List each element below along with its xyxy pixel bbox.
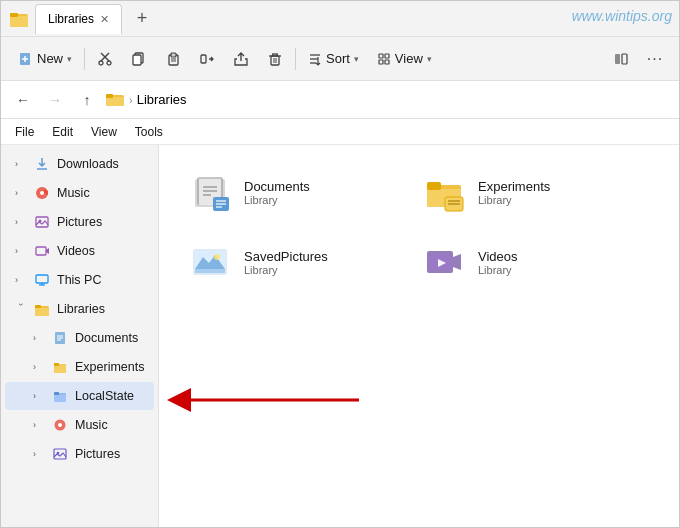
svg-rect-28 xyxy=(385,54,389,58)
sort-label: Sort xyxy=(326,51,350,66)
svg-rect-56 xyxy=(54,392,59,395)
cut-button[interactable] xyxy=(89,43,121,75)
expand-downloads-icon: › xyxy=(15,159,27,169)
sort-icon xyxy=(308,52,322,66)
svg-rect-11 xyxy=(133,55,141,65)
svg-point-8 xyxy=(99,61,103,65)
lib-music-icon xyxy=(51,416,69,434)
sidebar-item-lib-experiments[interactable]: › Experiments xyxy=(5,353,154,381)
tab-close-button[interactable]: ✕ xyxy=(100,13,109,26)
svg-rect-34 xyxy=(106,97,124,106)
sidebar-item-thispc[interactable]: › This PC xyxy=(5,266,154,294)
view-button[interactable]: View ▾ xyxy=(369,43,440,75)
videos-library-type: Library xyxy=(478,264,518,276)
expand-videos-icon: › xyxy=(15,246,27,256)
library-item-documents[interactable]: Documents Library xyxy=(175,161,401,223)
active-tab[interactable]: Libraries ✕ xyxy=(35,4,122,34)
delete-icon xyxy=(267,51,283,67)
svg-rect-17 xyxy=(271,56,279,65)
new-chevron-icon: ▾ xyxy=(67,54,72,64)
library-item-savedpictures[interactable]: SavedPictures Library xyxy=(175,231,401,293)
svg-point-37 xyxy=(40,191,44,195)
videos-icon xyxy=(33,242,51,260)
libraries-icon xyxy=(33,300,51,318)
svg-rect-1 xyxy=(10,16,28,27)
library-item-experiments[interactable]: Experiments Library xyxy=(409,161,635,223)
cut-icon xyxy=(97,51,113,67)
pictures-icon xyxy=(33,213,51,231)
sidebar-item-lib-music[interactable]: › Music xyxy=(5,411,154,439)
svg-rect-29 xyxy=(379,60,383,64)
sidebar-item-music[interactable]: › Music xyxy=(5,179,154,207)
move-button[interactable] xyxy=(191,43,223,75)
downloads-icon xyxy=(33,155,51,173)
menu-edit[interactable]: Edit xyxy=(44,123,81,141)
lib-music-label: Music xyxy=(75,418,146,432)
lib-pictures-icon xyxy=(51,445,69,463)
up-button[interactable]: ↑ xyxy=(73,86,101,114)
new-tab-button[interactable]: + xyxy=(128,5,156,33)
expand-lib-exp-icon: › xyxy=(33,362,45,372)
sidebar-item-lib-documents[interactable]: › Documents xyxy=(5,324,154,352)
savedpictures-library-info: SavedPictures Library xyxy=(244,249,328,276)
copy-button[interactable] xyxy=(123,43,155,75)
music-icon xyxy=(33,184,51,202)
experiments-library-name: Experiments xyxy=(478,179,550,194)
library-item-videos[interactable]: Videos Library xyxy=(409,231,635,293)
paste-button[interactable] xyxy=(157,43,189,75)
menu-view[interactable]: View xyxy=(83,123,125,141)
sidebar-item-lib-pictures[interactable]: › Pictures xyxy=(5,440,154,468)
menu-file[interactable]: File xyxy=(7,123,42,141)
view-chevron-icon: ▾ xyxy=(427,54,432,64)
new-icon xyxy=(17,51,33,67)
sidebar-item-pictures[interactable]: › Pictures xyxy=(5,208,154,236)
svg-rect-52 xyxy=(54,366,66,373)
lib-documents-label: Documents xyxy=(75,331,146,345)
sidebar-item-downloads[interactable]: › Downloads xyxy=(5,150,154,178)
more-button[interactable]: ··· xyxy=(639,43,671,75)
svg-rect-16 xyxy=(201,55,206,63)
forward-button[interactable]: → xyxy=(41,86,69,114)
delete-button[interactable] xyxy=(259,43,291,75)
svg-rect-35 xyxy=(106,94,113,98)
paste-icon xyxy=(165,51,181,67)
sidebar-item-libraries[interactable]: › Libraries xyxy=(5,295,154,323)
sidebar-icon xyxy=(613,51,629,67)
menu-tools[interactable]: Tools xyxy=(127,123,171,141)
lib-experiments-icon xyxy=(51,358,69,376)
sidebar-toggle-button[interactable] xyxy=(605,43,637,75)
videos-label: Videos xyxy=(57,244,146,258)
svg-rect-45 xyxy=(35,308,49,316)
svg-rect-40 xyxy=(36,247,46,255)
new-label: New xyxy=(37,51,63,66)
svg-rect-81 xyxy=(195,269,225,273)
lib-localstate-label: LocalState xyxy=(75,389,146,403)
sidebar-item-lib-localstate[interactable]: › LocalState xyxy=(5,382,154,410)
videos-library-icon xyxy=(422,240,466,284)
documents-library-icon xyxy=(188,170,232,214)
svg-rect-32 xyxy=(622,54,627,64)
new-button[interactable]: New ▾ xyxy=(9,43,80,75)
address-sep: › xyxy=(129,94,133,106)
expand-lib-music-icon: › xyxy=(33,420,45,430)
menubar: File Edit View Tools xyxy=(1,119,679,145)
main-area: › Downloads › xyxy=(1,145,679,527)
back-button[interactable]: ← xyxy=(9,86,37,114)
move-icon xyxy=(199,51,215,67)
documents-library-name: Documents xyxy=(244,179,310,194)
window-icon xyxy=(9,9,29,29)
music-label: Music xyxy=(57,186,146,200)
pictures-label: Pictures xyxy=(57,215,146,229)
sort-button[interactable]: Sort ▾ xyxy=(300,43,367,75)
explorer-window: www.wintips.org Libraries ✕ + New ▾ xyxy=(0,0,680,528)
videos-library-name: Videos xyxy=(478,249,518,264)
experiments-library-info: Experiments Library xyxy=(478,179,550,206)
view-icon xyxy=(377,52,391,66)
expand-pictures-icon: › xyxy=(15,217,27,227)
share-button[interactable] xyxy=(225,43,257,75)
sidebar-item-videos[interactable]: › Videos xyxy=(5,237,154,265)
library-grid: Documents Library xyxy=(175,161,635,293)
svg-rect-41 xyxy=(36,275,48,283)
copy-icon xyxy=(131,51,147,67)
sort-chevron-icon: ▾ xyxy=(354,54,359,64)
